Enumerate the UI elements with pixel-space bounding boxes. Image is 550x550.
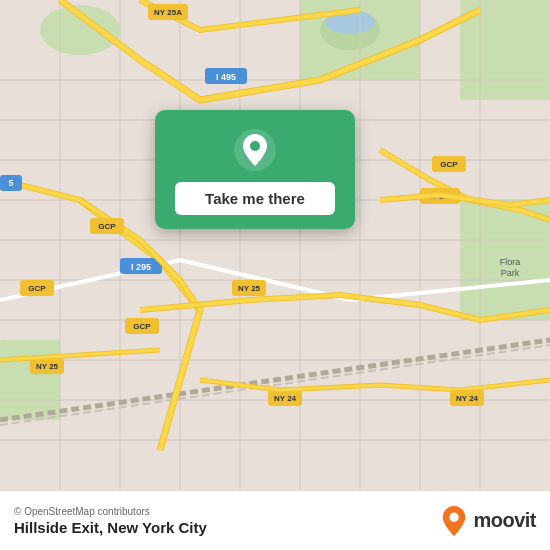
map-container: I 495 I 295 NY 25A GCP GCP NY 25 NY 25B [0, 0, 550, 490]
svg-text:NY 25: NY 25 [36, 362, 59, 371]
popup-card: Take me there [155, 110, 355, 229]
svg-text:Flora: Flora [500, 257, 521, 267]
moovit-brand-text: moovit [473, 509, 536, 532]
bottom-bar: © OpenStreetMap contributors Hillside Ex… [0, 490, 550, 550]
svg-text:I 495: I 495 [216, 72, 236, 82]
svg-text:GCP: GCP [133, 322, 151, 331]
svg-text:I 295: I 295 [131, 262, 151, 272]
svg-point-61 [250, 141, 260, 151]
bottom-left-info: © OpenStreetMap contributors Hillside Ex… [14, 506, 207, 536]
svg-text:NY 25: NY 25 [238, 284, 261, 293]
svg-text:NY 24: NY 24 [274, 394, 297, 403]
location-pin-icon [233, 128, 277, 172]
svg-text:GCP: GCP [440, 160, 458, 169]
location-name: Hillside Exit, New York City [14, 519, 207, 536]
svg-text:NY 25A: NY 25A [154, 8, 182, 17]
map-attribution: © OpenStreetMap contributors [14, 506, 207, 517]
svg-text:NY 24: NY 24 [456, 394, 479, 403]
moovit-pin-icon [440, 505, 468, 537]
take-me-there-button[interactable]: Take me there [175, 182, 335, 215]
svg-text:5: 5 [8, 178, 13, 188]
map-svg: I 495 I 295 NY 25A GCP GCP NY 25 NY 25B [0, 0, 550, 490]
svg-text:Park: Park [501, 268, 520, 278]
svg-text:GCP: GCP [28, 284, 46, 293]
svg-rect-4 [0, 340, 60, 420]
moovit-logo: moovit [440, 505, 536, 537]
svg-text:GCP: GCP [98, 222, 116, 231]
svg-point-62 [450, 512, 459, 521]
